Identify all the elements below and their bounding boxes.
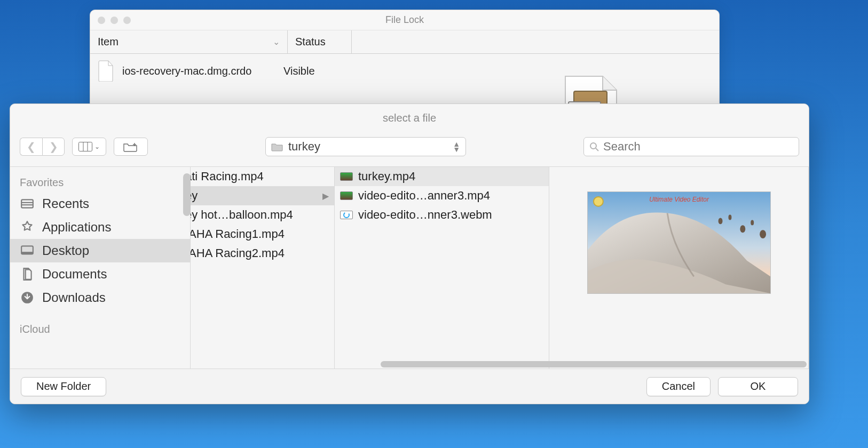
desktop-icon: [20, 243, 35, 258]
sidebar-section-icloud: iCloud: [10, 321, 190, 339]
sidebar-item-applications[interactable]: Applications: [10, 215, 190, 239]
sidebar: Favorites Recents Applications Desktop: [10, 167, 191, 369]
sidebar-item-recents[interactable]: Recents: [10, 192, 190, 215]
path-label: turkey: [288, 140, 320, 154]
column-1[interactable]: ati Racing.mp4 ey ▶ ey hot…balloon.mp4 I…: [191, 167, 335, 369]
recents-icon: [20, 196, 35, 211]
svg-point-22: [718, 218, 722, 224]
button-label: Cancel: [662, 380, 695, 393]
sort-chevron-icon: ⌄: [273, 37, 280, 47]
sidebar-item-label: Downloads: [42, 290, 106, 305]
bg-window-titlebar: File Lock: [90, 10, 719, 30]
list-item[interactable]: ey hot…balloon.mp4: [191, 205, 334, 225]
sidebar-item-label: Documents: [42, 267, 107, 282]
file-label: IAHA Racing2.mp4: [191, 246, 285, 260]
documents-icon: [20, 267, 35, 282]
zoom-dot[interactable]: [123, 17, 131, 24]
svg-line-12: [596, 148, 598, 151]
sidebar-scrollbar[interactable]: [183, 173, 191, 216]
file-open-sheet: select a file ❮ ❯ ⌄: [10, 103, 809, 404]
horizontal-scrollbar[interactable]: [191, 360, 809, 369]
button-label: New Folder: [36, 380, 91, 393]
file-label: video-edito…anner3.mp4: [358, 189, 490, 203]
search-field[interactable]: [583, 137, 799, 156]
chevron-left-icon: ❮: [27, 140, 36, 153]
path-stepper-icon: ▲▼: [453, 141, 460, 152]
file-label: turkey.mp4: [358, 170, 415, 183]
video-thumb-icon: [340, 172, 353, 181]
bg-table-header: Item ⌄ Status: [90, 30, 719, 54]
bg-col-item-label: Item: [98, 36, 119, 48]
svg-point-25: [751, 220, 754, 225]
bg-col-status-label: Status: [295, 36, 326, 48]
svg-rect-6: [79, 142, 92, 151]
column-browser: ati Racing.mp4 ey ▶ ey hot…balloon.mp4 I…: [191, 167, 809, 369]
sidebar-item-downloads[interactable]: Downloads: [10, 286, 190, 309]
webm-file-icon: [340, 211, 353, 219]
list-item[interactable]: IAHA Racing1.mp4: [191, 225, 334, 244]
close-dot[interactable]: [98, 17, 105, 24]
traffic-lights: [98, 17, 131, 24]
svg-point-23: [728, 215, 731, 220]
svg-point-26: [760, 230, 766, 238]
list-item[interactable]: video-edito…nner3.webm: [335, 205, 549, 225]
list-item[interactable]: IAHA Racing2.mp4: [191, 244, 334, 263]
svg-point-21: [593, 197, 603, 206]
new-folder-glyph-icon: [123, 141, 139, 152]
bg-row-filename: ios-recovery-mac.dmg.crdo: [122, 65, 272, 77]
path-dropdown[interactable]: turkey ▲▼: [265, 137, 466, 156]
blank-file-icon: [98, 60, 115, 82]
file-label: IAHA Racing1.mp4: [191, 227, 285, 241]
folder-icon: [271, 142, 283, 151]
ok-button[interactable]: OK: [718, 377, 798, 396]
downloads-icon: [20, 290, 35, 305]
scrollbar-thumb[interactable]: [381, 361, 807, 367]
applications-icon: [20, 220, 35, 235]
file-label: ey: [191, 189, 198, 203]
svg-text:Ultimate Video Editor: Ultimate Video Editor: [649, 196, 709, 203]
chevron-right-icon: ❯: [49, 140, 58, 153]
sheet-footer: New Folder Cancel OK: [10, 369, 809, 404]
sidebar-item-label: Desktop: [42, 243, 89, 258]
bg-row-status: Visible: [283, 65, 315, 77]
action-menu-button[interactable]: [114, 138, 148, 156]
sidebar-section-favorites: Favorites: [10, 174, 190, 192]
chevron-right-icon: ▶: [322, 191, 329, 201]
bg-col-status[interactable]: Status: [288, 30, 352, 53]
sidebar-item-label: Applications: [42, 220, 111, 235]
svg-point-24: [740, 225, 745, 233]
sheet-title: select a file: [10, 104, 809, 132]
svg-point-11: [590, 143, 596, 149]
sidebar-item-desktop[interactable]: Desktop: [10, 239, 190, 262]
nav-buttons: ❮ ❯: [20, 138, 65, 156]
search-input[interactable]: [603, 140, 793, 154]
svg-rect-13: [21, 199, 33, 207]
nav-forward-button[interactable]: ❯: [42, 138, 65, 156]
search-icon: [589, 142, 599, 151]
sidebar-item-documents[interactable]: Documents: [10, 262, 190, 286]
bg-window-title: File Lock: [385, 14, 424, 26]
file-label: ati Racing.mp4: [191, 170, 264, 183]
list-item[interactable]: turkey.mp4: [335, 167, 549, 186]
preview-column: Ultimate Video Editor: [549, 167, 809, 369]
list-item[interactable]: ati Racing.mp4: [191, 167, 334, 186]
bg-col-item[interactable]: Item ⌄: [90, 30, 288, 53]
minimize-dot[interactable]: [111, 17, 118, 24]
file-label: ey hot…balloon.mp4: [191, 208, 293, 222]
column-2[interactable]: turkey.mp4 video-edito…anner3.mp4 video-…: [335, 167, 549, 369]
button-label: OK: [751, 380, 766, 393]
preview-thumbnail: Ultimate Video Editor: [587, 191, 771, 294]
columns-view-icon: [78, 142, 92, 151]
list-item[interactable]: video-edito…anner3.mp4: [335, 186, 549, 205]
file-label: video-edito…nner3.webm: [358, 208, 492, 222]
list-item[interactable]: ey ▶: [191, 186, 334, 205]
chevron-down-icon: ⌄: [94, 143, 100, 150]
new-folder-button[interactable]: New Folder: [21, 377, 106, 396]
svg-point-19: [344, 212, 349, 218]
cancel-button[interactable]: Cancel: [646, 377, 711, 396]
sidebar-item-label: Recents: [42, 196, 89, 211]
svg-rect-17: [21, 252, 33, 254]
video-thumb-icon: [340, 191, 353, 200]
nav-back-button[interactable]: ❮: [20, 138, 42, 156]
view-mode-button[interactable]: ⌄: [72, 138, 106, 156]
